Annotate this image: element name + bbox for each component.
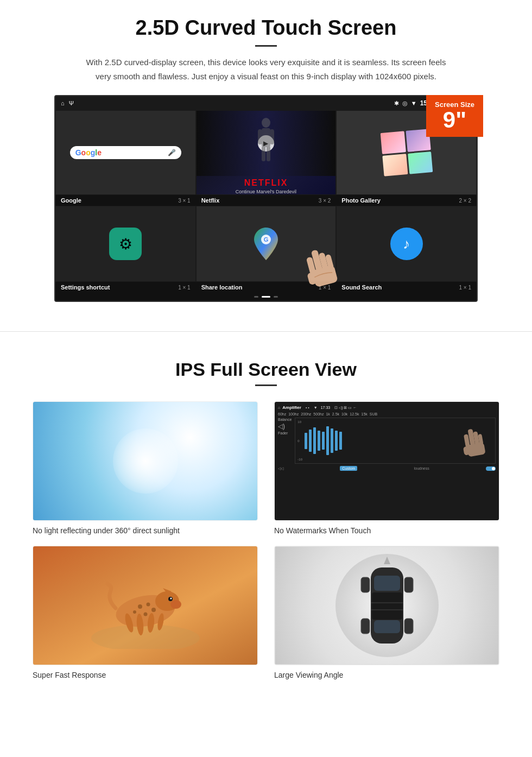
gallery-thumb-3 (382, 154, 408, 176)
svg-rect-39 (374, 620, 400, 633)
section1-divider (255, 45, 277, 47)
svg-point-23 (170, 600, 181, 609)
eq-bar-9 (339, 432, 342, 450)
section-ips: IPS Full Screen View No light reflecting… (0, 348, 532, 696)
eq-bar-8 (335, 431, 338, 451)
gallery-thumb-4 (407, 152, 433, 174)
section1-title: 2.5D Curved Touch Screen (33, 16, 499, 40)
amp-wifi: ▼ (314, 406, 318, 409)
amp-dots: • • (306, 406, 309, 409)
amp-toggle (486, 466, 496, 471)
settings-icon: ⚙ (109, 228, 142, 260)
amp-hand-icon (460, 423, 493, 461)
google-size: 3 × 1 (178, 198, 191, 204)
car-image (274, 546, 499, 665)
amp-loudness-label: loudness (414, 466, 429, 470)
app-cell-sound-search[interactable]: ♪ (336, 206, 477, 282)
amp-controls-row: Balance ◁) Fader 100-10 (278, 418, 496, 464)
maps-icon: G (251, 226, 281, 261)
gallery-stack (380, 129, 433, 176)
amp-icons: ⊡ ◁) ⊠ ▭ ← (334, 406, 357, 410)
device-frame: ⌂ Ψ ✱ ◎ ▼ 15:06 ⊡ ◁) ⊠ ▭ (54, 95, 478, 302)
svg-point-29 (151, 608, 156, 612)
svg-rect-38 (374, 576, 400, 591)
sound-search-content: ♪ (337, 209, 476, 279)
svg-point-28 (146, 603, 150, 607)
sunlight-image (33, 401, 258, 521)
share-location-content: G (197, 209, 336, 279)
settings-content: ⚙ (56, 209, 195, 279)
app-labels-row1: Google 3 × 1 Netflix 3 × 2 Photo Gallery… (55, 195, 477, 206)
app-labels-row2: Settings shortcut 1 × 1 Share location 1… (55, 282, 477, 293)
svg-point-0 (262, 118, 270, 128)
music-note-icon: ♪ (403, 236, 410, 253)
car-caption: Large Viewing Angle (274, 671, 499, 679)
gear-icon: ⚙ (119, 235, 132, 253)
svg-rect-1 (262, 128, 270, 147)
amp-freq-labels: 60hz100hz200hz500hz1k2.5k10k12.5k15kSUB (278, 412, 496, 416)
svg-rect-46 (404, 619, 413, 634)
home-icon: ⌂ (61, 100, 65, 106)
cheetah-image (33, 546, 258, 665)
amp-header: ⌂ Amplifier • • ▼ 17:33 ⊡ ◁) ⊠ ▭ ← (278, 405, 496, 410)
share-location-label: Share location (201, 284, 243, 291)
sound-search-size: 1 × 1 (459, 285, 471, 291)
screen-size-value: 9" (435, 109, 474, 131)
svg-rect-4 (262, 146, 265, 161)
svg-rect-44 (404, 577, 413, 592)
settings-size: 1 × 1 (178, 285, 191, 291)
svg-rect-40 (372, 592, 402, 620)
sunlight-caption: No light reflecting under 360° direct su… (33, 526, 258, 535)
app-cell-netflix[interactable]: ▶ NETFLIX Continue Marvel's Daredevil (196, 110, 337, 195)
usb-icon: Ψ (69, 100, 74, 106)
google-label: Google (61, 197, 81, 204)
feature-card-cheetah: Super Fast Response (33, 546, 258, 679)
sound-search-label-row: Sound Search 1 × 1 (336, 282, 477, 293)
app-grid-row1: Google 🎤 (55, 110, 477, 195)
feature-card-amplifier: ⌂ Amplifier • • ▼ 17:33 ⊡ ◁) ⊠ ▭ ← 60hz1… (274, 401, 499, 535)
eq-bar-3 (313, 427, 316, 454)
gallery-thumb-1 (380, 131, 406, 154)
feature-card-car: Large Viewing Angle (274, 546, 499, 679)
eq-bar-7 (331, 428, 333, 453)
svg-point-31 (143, 613, 147, 616)
pagination (55, 293, 477, 301)
app-cell-settings[interactable]: ⚙ (55, 206, 196, 282)
google-content: Google 🎤 (56, 117, 195, 188)
google-logo: Google (75, 148, 102, 157)
amp-custom-btn: Custom (340, 466, 357, 471)
cheetah-visual (33, 546, 257, 665)
eq-bar-5 (322, 432, 325, 450)
svg-rect-45 (361, 619, 370, 634)
cheetah-svg (75, 562, 216, 649)
svg-point-27 (138, 604, 142, 609)
mic-icon: 🎤 (168, 149, 176, 156)
feature-image-grid: No light reflecting under 360° direct su… (33, 401, 499, 679)
sound-search-icon: ♪ (390, 228, 423, 260)
svg-rect-3 (270, 129, 274, 144)
bluetooth-icon: ✱ (394, 100, 399, 107)
status-bar-left: ⌂ Ψ (61, 100, 74, 106)
svg-point-20 (91, 624, 200, 649)
gallery-size: 2 × 2 (459, 198, 471, 204)
netflix-content: ▶ NETFLIX Continue Marvel's Daredevil (197, 111, 336, 194)
gallery-label: Photo Gallery (341, 197, 381, 204)
car-topview-svg (333, 551, 441, 660)
google-search-bar[interactable]: Google 🎤 (70, 146, 181, 159)
svg-point-25 (170, 598, 172, 600)
daredevil-silhouette (252, 116, 280, 165)
amp-time: 17:33 (321, 406, 331, 409)
netflix-logo: NETFLIX (244, 178, 288, 188)
section1-description: With 2.5D curved-display screen, this de… (81, 55, 451, 83)
app-cell-google[interactable]: Google 🎤 (55, 110, 196, 195)
amp-bars: 100-10 (295, 418, 496, 464)
settings-label-row: Settings shortcut 1 × 1 (55, 282, 196, 293)
netflix-figure: ▶ (197, 111, 336, 176)
eq-bar-4 (318, 431, 320, 451)
settings-label: Settings shortcut (61, 284, 110, 291)
section2-divider (255, 384, 277, 386)
section-divider (0, 331, 532, 332)
status-bar: ⌂ Ψ ✱ ◎ ▼ 15:06 ⊡ ◁) ⊠ ▭ (55, 96, 477, 110)
app-cell-share-location[interactable]: G (196, 206, 337, 282)
svg-text:G: G (264, 236, 269, 243)
